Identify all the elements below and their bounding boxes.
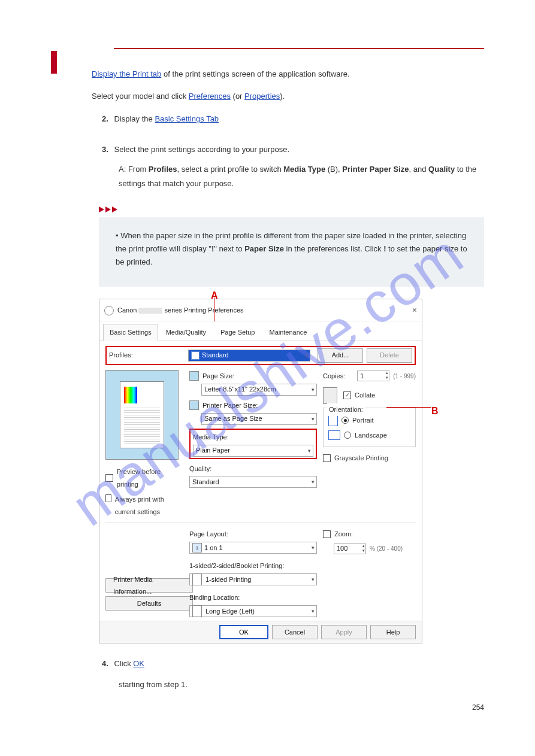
callout-a-line — [214, 297, 214, 321]
ok-link[interactable]: OK — [133, 659, 144, 668]
chevron-icon — [112, 207, 117, 212]
orientation-label: Orientation: — [327, 403, 365, 416]
profiles-dropdown[interactable]: Standard — [188, 350, 310, 362]
preview-pane — [105, 370, 179, 460]
tab-basic-settings[interactable]: Basic Settings — [103, 324, 158, 341]
orientation-group: Orientation: Portrait Landscape — [323, 408, 416, 447]
step-3-desc: Select the print settings according to y… — [114, 145, 289, 154]
apply-button[interactable]: Apply — [321, 625, 367, 639]
step-1-trail: of the print settings screen of the appl… — [161, 69, 349, 78]
sided-label: 1-sided/2-sided/Booklet Printing: — [189, 562, 284, 569]
add-profile-button[interactable]: Add... — [318, 348, 363, 363]
step-4-detail: starting from step 1. — [119, 678, 484, 693]
always-print-checkbox[interactable] — [105, 494, 111, 502]
preview-before-label: Preview before printing — [117, 466, 183, 491]
preferences-link[interactable]: Preferences — [189, 92, 231, 101]
step-number-3: 3. — [102, 145, 108, 154]
always-print-label: Always print with current settings — [115, 493, 183, 518]
printer-paper-size-icon — [189, 400, 199, 410]
printer-media-info-button[interactable]: Printer Media Information... — [105, 578, 193, 593]
chevron-icon — [105, 207, 111, 212]
step-1-text: Display the Print tab of the print setti… — [92, 67, 484, 82]
grayscale-checkbox[interactable] — [323, 454, 331, 462]
copies-label: Copies: — [323, 370, 345, 382]
quality-label: Quality: — [189, 465, 211, 472]
page-size-icon — [189, 371, 199, 381]
defaults-button[interactable]: Defaults — [105, 596, 193, 611]
title-divider — [114, 48, 484, 49]
sided-dropdown[interactable]: 1-sided Printing — [189, 573, 317, 585]
landscape-radio[interactable] — [344, 432, 351, 439]
divider — [105, 523, 416, 523]
cancel-button[interactable]: Cancel — [272, 625, 318, 639]
section-bar — [51, 51, 57, 74]
media-type-dropdown[interactable]: Plain Paper — [193, 445, 313, 457]
step-3-detail: A: From Profiles, select a print profile… — [119, 162, 484, 192]
preview-before-checkbox[interactable] — [105, 474, 113, 482]
portrait-radio[interactable] — [341, 417, 349, 424]
collate-checkbox[interactable]: ✓ — [343, 391, 351, 399]
grayscale-label: Grayscale Printing — [334, 452, 388, 464]
chevron-icon — [99, 207, 104, 212]
display-print-tab-link[interactable]: Display the Print tab — [92, 69, 161, 78]
portrait-icon — [328, 414, 338, 426]
binding-dropdown[interactable]: Long Edge (Left) — [189, 605, 317, 617]
zoom-checkbox[interactable] — [323, 530, 331, 538]
note-box: • When the paper size in the print profi… — [99, 217, 484, 287]
step-number-2: 2. — [102, 114, 108, 123]
landscape-icon — [328, 430, 340, 440]
properties-link[interactable]: Properties — [244, 92, 280, 101]
media-type-label: Media Type: — [193, 433, 229, 441]
step-2-text: Select your model and click OK Preferenc… — [92, 89, 285, 104]
printer-icon — [104, 306, 114, 315]
printer-paper-size-label: Printer Paper Size: — [202, 399, 258, 412]
close-button[interactable]: × — [412, 302, 417, 318]
tab-maintenance[interactable]: Maintenance — [262, 324, 313, 341]
tab-page-setup[interactable]: Page Setup — [214, 324, 262, 341]
portrait-label: Portrait — [352, 414, 373, 427]
collate-icon — [323, 387, 337, 404]
step-number-4: 4. — [102, 659, 108, 668]
tab-media-quality[interactable]: Media/Quality — [159, 324, 213, 341]
page-layout-dropdown[interactable]: 1 1 on 1 — [189, 542, 317, 554]
step-2-desc: Display the Basic Settings Tab — [114, 114, 219, 123]
zoom-input[interactable]: 100 — [334, 544, 366, 554]
zoom-label: Zoom: — [334, 528, 353, 541]
printer-paper-size-dropdown[interactable]: Same as Page Size — [201, 413, 317, 425]
quality-dropdown[interactable]: Standard — [189, 476, 317, 488]
copies-range: (1 - 999) — [393, 371, 416, 382]
binding-label: Binding Location: — [189, 594, 240, 601]
page-layout-label: Page Layout: — [189, 530, 228, 538]
basic-settings-tab-link[interactable]: Basic Settings Tab — [155, 114, 219, 123]
zoom-range: % (20 - 400) — [370, 543, 403, 554]
printing-preferences-dialog: Canon series Printing Preferences × Basi… — [99, 299, 422, 643]
copies-input[interactable]: 1 — [357, 371, 389, 381]
page-size-dropdown[interactable]: Letter 8.5"x11" 22x28cm — [201, 384, 317, 396]
profiles-label: Profiles: — [109, 349, 185, 362]
preview-page — [120, 381, 164, 448]
note-heading — [99, 207, 484, 212]
delete-profile-button[interactable]: Delete — [367, 348, 412, 363]
dialog-title: Canon series Printing Preferences — [117, 304, 244, 317]
collate-label: Collate — [355, 389, 375, 402]
step-4-desc: Click OK — [114, 659, 144, 668]
help-button[interactable]: Help — [370, 625, 416, 639]
page-size-label: Page Size: — [202, 370, 234, 382]
page-number: 254 — [51, 703, 484, 712]
ok-button[interactable]: OK — [219, 625, 268, 639]
landscape-label: Landscape — [355, 429, 387, 442]
callout-b-label: B — [431, 402, 439, 420]
